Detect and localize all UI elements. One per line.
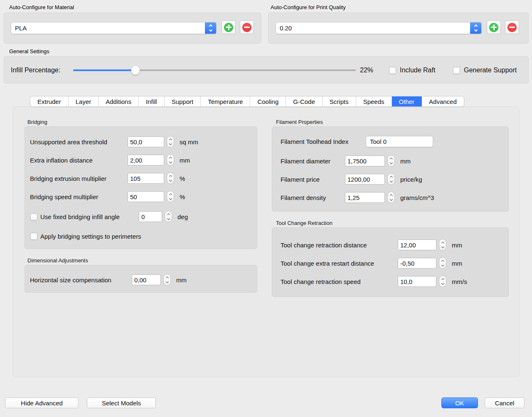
bridging-speed-multiplier-input[interactable] (128, 191, 164, 202)
setting-label: Tool change retraction speed (281, 278, 398, 285)
hide-advanced-button[interactable]: Hide Advanced (5, 397, 79, 408)
chevron-up-down-icon (422, 136, 433, 147)
tab-cooling[interactable]: Cooling (250, 96, 286, 106)
stepper-icon[interactable] (387, 192, 395, 203)
quality-panel: 0.20 (268, 12, 529, 44)
toolchange-group: Tool change retraction distance mm Tool … (272, 227, 509, 297)
setting-row: Bridging speed multiplier % (30, 191, 185, 202)
setting-label: Tool change retraction distance (281, 242, 398, 249)
unit-label: % (180, 175, 185, 182)
setting-label: Bridging speed multiplier (30, 193, 128, 200)
toolchange-retraction-distance-input[interactable] (398, 239, 436, 250)
tab-infill[interactable]: Infill (139, 96, 165, 106)
filament-density-input[interactable] (345, 192, 385, 203)
setting-row: Filament diameter mm (281, 155, 411, 167)
tab-advanced[interactable]: Advanced (422, 96, 464, 106)
setting-label: Filament price (281, 176, 345, 183)
toolchange-retraction-speed-input[interactable] (398, 276, 436, 287)
filament-diameter-input[interactable] (345, 155, 385, 166)
add-quality-profile-button[interactable] (487, 20, 501, 34)
bridging-infill-angle-input[interactable] (139, 211, 162, 222)
unit-label: mm (176, 276, 187, 284)
unit-label: deg (177, 213, 188, 220)
material-panel: PLA (4, 12, 261, 44)
quality-select-value: 0.20 (276, 22, 470, 34)
setting-row: Horizontal size compensation mm (30, 274, 187, 286)
filament-group-title: Filament Properties (276, 119, 323, 125)
infill-percentage-label: Infill Percentage: (11, 57, 60, 84)
stepper-icon[interactable] (165, 211, 172, 222)
filament-price-input[interactable] (345, 174, 385, 185)
tab-support[interactable]: Support (165, 96, 201, 106)
infill-slider-thumb[interactable] (131, 66, 140, 75)
generate-support-label: Generate Support (464, 67, 517, 74)
quality-select[interactable]: 0.20 (276, 22, 482, 34)
infill-slider[interactable] (73, 57, 356, 84)
setting-row: Extra inflation distance mm (30, 154, 190, 166)
setting-row: Tool change retraction distance mm (281, 239, 462, 251)
horizontal-size-compensation-input[interactable] (132, 274, 161, 285)
tab-speeds[interactable]: Speeds (356, 96, 392, 106)
setting-row: Filament Toolhead Index Tool 0 (281, 136, 433, 147)
tab-extruder[interactable]: Extruder (30, 96, 69, 106)
stepper-icon[interactable] (439, 276, 446, 287)
select-models-button[interactable]: Select Models (87, 397, 156, 408)
setting-label: Filament Toolhead Index (281, 138, 366, 145)
extra-inflation-distance-input[interactable] (128, 155, 164, 165)
bridging-group-title: Bridging (27, 119, 47, 125)
generate-support-option: Generate Support (453, 57, 517, 84)
stepper-icon[interactable] (167, 154, 174, 166)
unit-label: grams/cm^3 (400, 194, 434, 201)
fff-settings-dialog: Auto-Configure for Material PLA Auto-Con… (0, 0, 532, 417)
toolchange-extra-restart-distance-input[interactable] (398, 258, 436, 269)
setting-row: Tool change retraction speed mm/s (281, 276, 467, 287)
add-material-profile-button[interactable] (222, 20, 236, 34)
unit-label: mm/s (452, 278, 467, 285)
stepper-icon[interactable] (163, 274, 171, 286)
unit-label: mm (452, 242, 462, 249)
ok-button[interactable]: OK (441, 397, 478, 408)
bridging-extrusion-multiplier-input[interactable] (128, 173, 164, 184)
setting-row: Bridging extrusion multiplier % (30, 173, 185, 184)
remove-quality-profile-button[interactable] (505, 20, 519, 34)
material-select[interactable]: PLA (11, 22, 217, 34)
stepper-icon[interactable] (167, 173, 174, 184)
include-raft-checkbox[interactable] (389, 67, 396, 74)
remove-material-profile-button[interactable] (240, 20, 254, 34)
unit-label: sq mm (180, 138, 198, 146)
settings-tab-bar: Extruder Layer Additions Infill Support … (30, 96, 464, 107)
tab-other[interactable]: Other (392, 96, 422, 106)
stepper-icon[interactable] (387, 173, 395, 185)
include-raft-option: Include Raft (389, 57, 435, 84)
generate-support-checkbox[interactable] (453, 67, 460, 74)
infill-slider-track[interactable] (73, 69, 356, 71)
tab-layer[interactable]: Layer (69, 96, 99, 106)
unsupported-area-threshold-input[interactable] (128, 136, 164, 147)
setting-label: Filament diameter (281, 158, 345, 165)
minus-icon (507, 23, 517, 32)
stepper-icon[interactable] (387, 155, 395, 167)
tab-scripts[interactable]: Scripts (323, 96, 356, 106)
tab-additions[interactable]: Additions (99, 96, 139, 106)
use-fixed-bridging-angle-checkbox[interactable] (30, 213, 37, 220)
other-tab-content: Bridging Unsupported area threshold sq m… (12, 106, 520, 377)
setting-label: Filament density (281, 194, 345, 201)
setting-label: Tool change extra restart distance (281, 260, 398, 267)
setting-label: Apply bridging settings to perimeters (40, 233, 141, 240)
filament-group: Filament Toolhead Index Tool 0 Filament … (272, 126, 509, 212)
tab-temperature[interactable]: Temperature (201, 96, 250, 106)
general-section-title: General Settings (9, 48, 49, 54)
stepper-icon[interactable] (439, 239, 446, 251)
setting-row: Apply bridging settings to perimeters (30, 230, 141, 242)
stepper-icon[interactable] (167, 136, 174, 148)
apply-bridging-to-perimeters-checkbox[interactable] (30, 233, 37, 240)
unit-label: price/kg (400, 176, 422, 183)
setting-row: Filament price price/kg (281, 173, 422, 185)
stepper-icon[interactable] (439, 257, 446, 269)
cancel-button[interactable]: Cancel (485, 397, 525, 408)
tab-gcode[interactable]: G-Code (286, 96, 323, 106)
stepper-icon[interactable] (167, 191, 174, 202)
filament-toolhead-value: Tool 0 (366, 136, 422, 147)
filament-toolhead-select[interactable]: Tool 0 (366, 136, 433, 147)
setting-row: Filament density grams/cm^3 (281, 192, 434, 203)
